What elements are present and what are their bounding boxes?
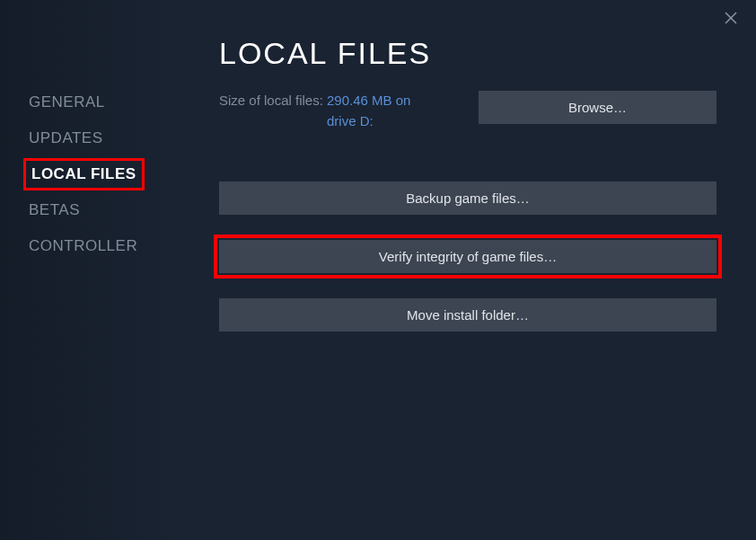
- verify-button[interactable]: Verify integrity of game files…: [219, 240, 716, 273]
- size-value-line2: drive D:: [327, 111, 453, 132]
- page-title: LOCAL FILES: [219, 36, 716, 71]
- backup-button[interactable]: Backup game files…: [219, 181, 716, 215]
- sidebar: GENERAL UPDATES LOCAL FILES BETAS CONTRO…: [0, 0, 189, 540]
- sidebar-item-local-files[interactable]: LOCAL FILES: [23, 158, 145, 190]
- sidebar-item-updates[interactable]: UPDATES: [23, 122, 109, 155]
- size-info-row: Size of local files: 290.46 MB on drive …: [219, 91, 716, 131]
- sidebar-item-betas[interactable]: BETAS: [23, 194, 85, 226]
- sidebar-item-controller[interactable]: CONTROLLER: [23, 230, 143, 262]
- action-buttons: Backup game files… Verify integrity of g…: [219, 181, 716, 332]
- browse-button[interactable]: Browse…: [479, 91, 716, 124]
- size-value-link[interactable]: 290.46 MB on drive D:: [327, 91, 453, 131]
- sidebar-item-general[interactable]: GENERAL: [23, 86, 110, 119]
- size-value-line1: 290.46 MB on: [327, 91, 453, 111]
- move-button[interactable]: Move install folder…: [219, 298, 716, 332]
- close-icon[interactable]: [724, 11, 742, 29]
- size-label: Size of local files:: [219, 91, 327, 111]
- window-container: GENERAL UPDATES LOCAL FILES BETAS CONTRO…: [0, 0, 756, 540]
- main-panel: LOCAL FILES Size of local files: 290.46 …: [189, 0, 756, 540]
